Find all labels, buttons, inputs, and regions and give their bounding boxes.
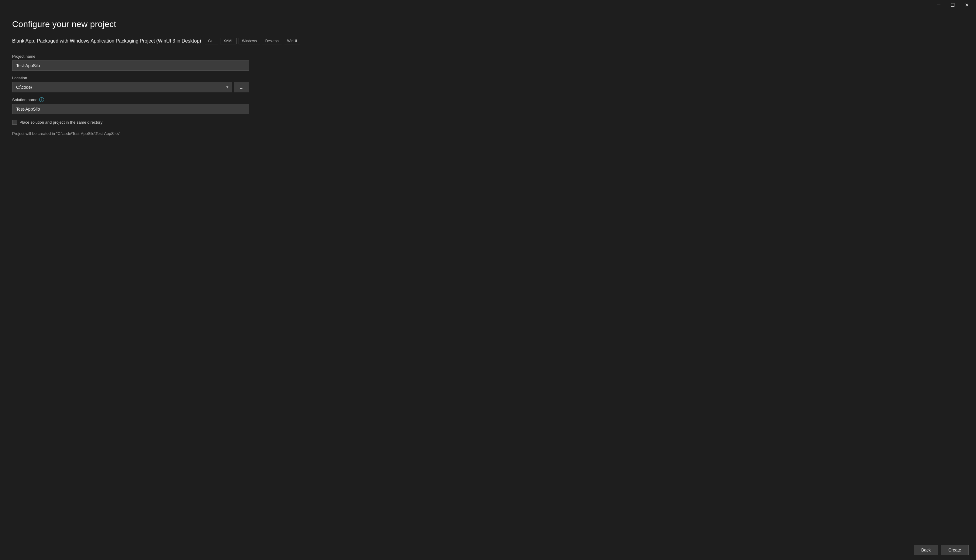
title-bar: ─ ☐ ✕ bbox=[0, 0, 976, 10]
maximize-button[interactable]: ☐ bbox=[946, 0, 959, 10]
footer: Back Create bbox=[0, 540, 976, 560]
project-path-info: Project will be created in "C:\code\Test… bbox=[12, 131, 249, 136]
same-directory-checkbox[interactable] bbox=[12, 120, 17, 125]
tag-xaml: XAML bbox=[220, 38, 237, 44]
minimize-button[interactable]: ─ bbox=[932, 0, 946, 10]
project-name-label: Project name bbox=[12, 54, 249, 58]
solution-name-input[interactable] bbox=[12, 104, 249, 114]
create-button[interactable]: Create bbox=[941, 545, 969, 555]
tag-windows: Windows bbox=[239, 38, 260, 44]
tag-winui: WinUI bbox=[284, 38, 300, 44]
project-name-input[interactable] bbox=[12, 60, 249, 71]
tag-group: C++ XAML Windows Desktop WinUI bbox=[205, 38, 300, 44]
tag-cpp: C++ bbox=[205, 38, 219, 44]
back-button[interactable]: Back bbox=[914, 545, 938, 555]
location-select[interactable]: C:\code\ bbox=[12, 82, 232, 92]
location-select-wrapper: C:\code\ ▼ bbox=[12, 82, 232, 92]
form-section: Project name Location C:\code\ ▼ ... Sol… bbox=[12, 54, 249, 136]
main-content: Configure your new project Blank App, Pa… bbox=[0, 10, 976, 540]
location-row: C:\code\ ▼ ... bbox=[12, 82, 249, 92]
project-type-row: Blank App, Packaged with Windows Applica… bbox=[12, 38, 964, 44]
tag-desktop: Desktop bbox=[262, 38, 282, 44]
browse-button[interactable]: ... bbox=[234, 82, 249, 92]
checkbox-row: Place solution and project in the same d… bbox=[12, 120, 249, 125]
solution-name-info-icon: i bbox=[39, 97, 44, 102]
location-label: Location bbox=[12, 76, 249, 80]
project-type-name: Blank App, Packaged with Windows Applica… bbox=[12, 38, 201, 44]
close-button[interactable]: ✕ bbox=[959, 0, 974, 10]
solution-name-label: Solution name i bbox=[12, 97, 249, 102]
same-directory-label[interactable]: Place solution and project in the same d… bbox=[20, 120, 102, 125]
page-title: Configure your new project bbox=[12, 20, 964, 29]
